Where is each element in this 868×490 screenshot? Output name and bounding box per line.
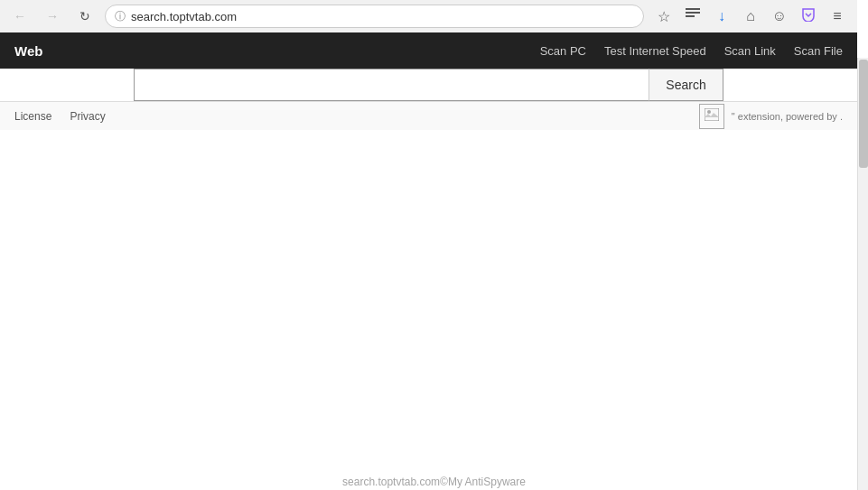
nav-scan-file[interactable]: Scan File (794, 44, 843, 58)
svg-point-4 (707, 110, 711, 114)
search-panel: Search (0, 69, 857, 101)
pocket-button[interactable] (796, 4, 821, 29)
license-link[interactable]: License (14, 110, 51, 123)
reload-icon: ↻ (79, 9, 90, 23)
back-icon: ← (14, 9, 26, 23)
info-icon: ⓘ (115, 9, 126, 24)
svg-rect-1 (686, 12, 700, 14)
site-footer: License Privacy " extension, powered by … (0, 101, 857, 130)
main-content: Search (0, 69, 857, 101)
search-button[interactable]: Search (649, 69, 723, 101)
footer-icon-box (699, 104, 724, 129)
site-brand: Web (14, 43, 42, 59)
reading-icon (686, 8, 700, 24)
footer-image-icon (705, 108, 719, 124)
svg-rect-0 (686, 8, 700, 10)
svg-rect-3 (705, 108, 719, 121)
search-input[interactable] (134, 69, 649, 101)
toolbar-icons: ☆ ↓ ⌂ ☺ (651, 4, 850, 29)
forward-button[interactable]: → (40, 4, 65, 29)
home-icon: ⌂ (746, 8, 755, 24)
footer-right: " extension, powered by . (699, 104, 843, 129)
account-icon: ☺ (772, 8, 787, 24)
search-box-row: Search (134, 69, 723, 101)
forward-icon: → (46, 9, 59, 23)
home-button[interactable]: ⌂ (738, 4, 763, 29)
scrollbar-thumb[interactable] (859, 60, 868, 168)
scrollbar-track[interactable] (857, 58, 868, 490)
address-bar-container: ⓘ (105, 5, 644, 28)
bookmark-button[interactable]: ☆ (651, 4, 677, 29)
status-bar: search.toptvtab.com©My AntiSpyware (0, 474, 868, 490)
reading-list-button[interactable] (680, 4, 705, 29)
pocket-icon (801, 7, 816, 25)
download-icon: ↓ (718, 8, 725, 24)
nav-scan-pc[interactable]: Scan PC (540, 44, 586, 58)
address-bar-input[interactable] (131, 10, 634, 23)
privacy-link[interactable]: Privacy (70, 110, 105, 123)
back-button[interactable]: ← (7, 4, 33, 29)
menu-icon: ≡ (833, 8, 841, 24)
menu-button[interactable]: ≡ (825, 4, 850, 29)
reload-button[interactable]: ↻ (72, 4, 98, 29)
nav-test-speed[interactable]: Test Internet Speed (604, 44, 706, 58)
site-nav-links: Scan PC Test Internet Speed Scan Link Sc… (540, 44, 843, 58)
star-icon: ☆ (658, 8, 670, 25)
status-text: search.toptvtab.com©My AntiSpyware (342, 476, 526, 488)
svg-rect-2 (686, 15, 695, 17)
download-button[interactable]: ↓ (709, 4, 734, 29)
footer-powered-text: " extension, powered by . (732, 111, 843, 122)
browser-navbar: ← → ↻ ⓘ ☆ (0, 0, 857, 32)
account-button[interactable]: ☺ (767, 4, 792, 29)
site-navbar: Web Scan PC Test Internet Speed Scan Lin… (0, 32, 857, 69)
nav-scan-link[interactable]: Scan Link (724, 44, 776, 58)
